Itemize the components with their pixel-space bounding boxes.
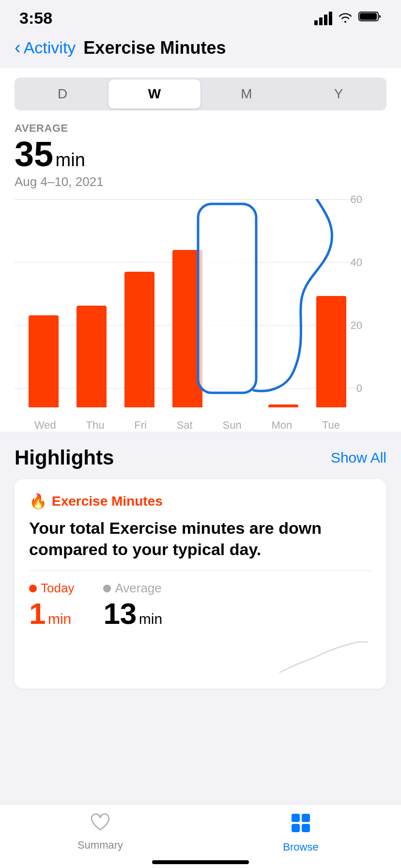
- svg-rect-4: [302, 814, 310, 822]
- tab-browse[interactable]: Browse: [267, 812, 335, 853]
- card-category-label: Exercise Minutes: [52, 494, 163, 509]
- status-time: 3:58: [19, 9, 52, 28]
- nav-header: ‹ Activity Exercise Minutes: [0, 32, 401, 68]
- avg-value-row: 35 min: [15, 137, 386, 171]
- segment-month[interactable]: M: [200, 79, 293, 108]
- home-indicator: [152, 860, 249, 864]
- avg-unit: min: [56, 150, 85, 170]
- svg-rect-5: [292, 824, 300, 832]
- segment-control[interactable]: D W M Y: [15, 78, 386, 110]
- tab-bar: Summary Browse: [0, 804, 401, 868]
- x-labels: Wed Thu Fri Sat Sun Mon Tue: [15, 419, 360, 432]
- x-label-mon: Mon: [271, 419, 292, 432]
- card-mini-chart: [29, 629, 372, 677]
- stat-average: Average 13 min: [103, 581, 162, 629]
- stat-avg-value: 13: [103, 597, 137, 630]
- bar-col-tue: [316, 296, 346, 407]
- card-stats: Today 1 min Average 13 min: [29, 581, 372, 629]
- stat-avg-label-row: Average: [103, 581, 162, 596]
- x-label-sat: Sat: [177, 419, 193, 432]
- back-button[interactable]: ‹ Activity: [15, 37, 76, 58]
- avg-value: 35: [15, 135, 53, 173]
- highlights-section: Highlights Show All 🔥 Exercise Minutes Y…: [0, 432, 401, 694]
- card-body-text: Your total Exercise minutes are down com…: [29, 517, 372, 560]
- page-title: Exercise Minutes: [83, 38, 226, 58]
- x-label-tue: Tue: [322, 419, 340, 432]
- status-bar: 3:58: [0, 0, 401, 32]
- bars-area: [15, 199, 360, 407]
- stat-today-value-row: 1 min: [29, 599, 74, 629]
- stat-today: Today 1 min: [29, 581, 74, 629]
- stat-today-label-row: Today: [29, 581, 74, 596]
- svg-rect-1: [360, 13, 377, 20]
- mini-chart-svg: [275, 634, 372, 677]
- avg-label: AVERAGE: [15, 122, 386, 135]
- stat-today-unit: min: [48, 611, 71, 627]
- bar-chart: 60 40 20 0: [15, 199, 386, 432]
- show-all-button[interactable]: Show All: [331, 450, 386, 466]
- bar-wed: [29, 315, 59, 407]
- stat-avg-label: Average: [115, 581, 161, 596]
- tab-browse-label: Browse: [283, 841, 318, 853]
- highlight-card: 🔥 Exercise Minutes Your total Exercise m…: [15, 479, 386, 689]
- highlights-header: Highlights Show All: [15, 446, 386, 469]
- stat-today-label: Today: [41, 581, 74, 596]
- svg-rect-6: [302, 824, 310, 832]
- highlights-title: Highlights: [15, 446, 114, 469]
- fire-icon: 🔥: [29, 493, 47, 510]
- bar-tue: [316, 296, 346, 407]
- chart-inner: 60 40 20 0: [15, 199, 386, 407]
- dot-avg-icon: [103, 585, 111, 592]
- x-label-fri: Fri: [134, 419, 147, 432]
- x-label-sun: Sun: [222, 419, 241, 432]
- bar-fri: [124, 272, 154, 407]
- grid-icon: [290, 812, 311, 838]
- stat-today-value: 1: [29, 597, 46, 630]
- heart-icon: [90, 812, 111, 836]
- back-label: Activity: [24, 38, 76, 57]
- segment-year[interactable]: Y: [293, 79, 385, 108]
- dot-today-icon: [29, 585, 37, 592]
- bar-col-mon: [268, 404, 298, 407]
- stat-avg-unit: min: [139, 611, 162, 627]
- bar-thu: [77, 306, 107, 407]
- stat-avg-value-row: 13 min: [103, 599, 162, 629]
- segment-day[interactable]: D: [16, 79, 108, 108]
- tab-summary[interactable]: Summary: [66, 812, 134, 853]
- date-range: Aug 4–10, 2021: [15, 174, 386, 189]
- bar-col-wed: [29, 315, 59, 407]
- bar-col-thu: [77, 306, 107, 407]
- bar-sat: [172, 250, 202, 407]
- bar-mon: [268, 404, 298, 407]
- wifi-icon: [338, 11, 353, 26]
- svg-rect-3: [292, 814, 300, 822]
- x-label-thu: Thu: [86, 419, 105, 432]
- back-chevron-icon: ‹: [15, 37, 21, 58]
- chart-section: D W M Y AVERAGE 35 min Aug 4–10, 2021 60…: [0, 68, 401, 432]
- card-category: 🔥 Exercise Minutes: [29, 493, 372, 510]
- status-icons: [314, 11, 382, 26]
- bar-col-fri: [124, 272, 154, 407]
- card-divider: [29, 571, 372, 571]
- signal-bars-icon: [314, 12, 332, 25]
- tab-summary-label: Summary: [77, 839, 123, 852]
- bar-col-sat: [172, 250, 202, 407]
- battery-icon: [358, 11, 382, 26]
- segment-week[interactable]: W: [108, 79, 200, 108]
- x-label-wed: Wed: [34, 419, 56, 432]
